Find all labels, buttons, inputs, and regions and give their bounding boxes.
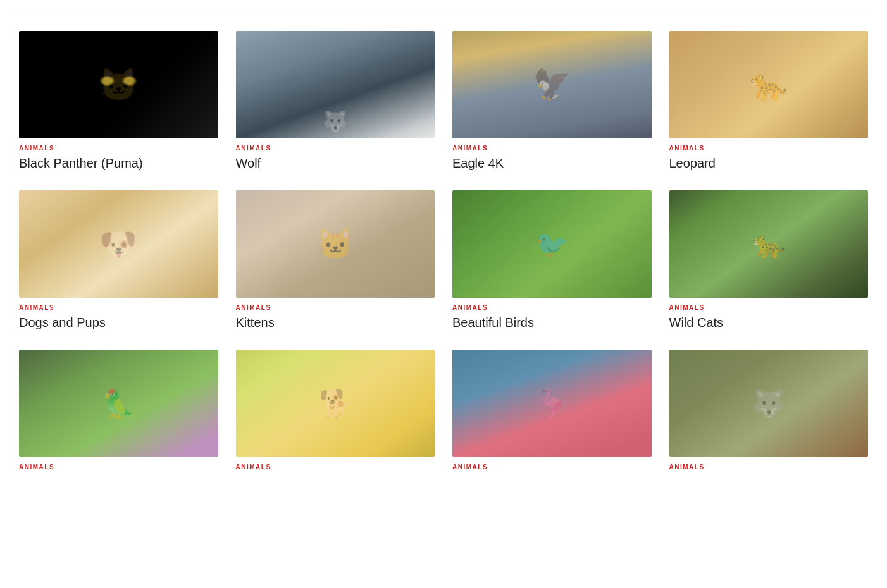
card-category-wolf2: ANIMALS [669, 463, 869, 470]
card-image-hummingbird: 🦜 [19, 350, 218, 457]
card-hummingbird[interactable]: 🦜 ANIMALS [19, 350, 218, 474]
top-divider [19, 13, 868, 13]
card-image-shiba: 🐕 [236, 350, 435, 457]
card-image-flamingo: 🦩 [452, 350, 652, 457]
card-image-black-panther: 🐱 [19, 31, 218, 138]
card-title-wolf: Wolf [236, 155, 435, 171]
card-category-kittens: ANIMALS [236, 304, 435, 311]
card-title-beautiful-birds: Beautiful Birds [452, 314, 652, 331]
card-category-dogs-pups: ANIMALS [19, 304, 218, 311]
card-category-wolf: ANIMALS [236, 145, 435, 152]
card-image-beautiful-birds: 🐦 [452, 190, 652, 298]
card-wolf[interactable]: 🐺 ANIMALS Wolf [236, 31, 435, 171]
card-dogs-pups[interactable]: 🐶 ANIMALS Dogs and Pups [19, 190, 218, 331]
card-category-eagle: ANIMALS [452, 145, 652, 152]
card-shiba[interactable]: 🐕 ANIMALS [236, 350, 435, 474]
card-category-black-panther: ANIMALS [19, 145, 218, 152]
card-image-leopard: 🐆 [669, 31, 869, 138]
card-kittens[interactable]: 🐱 ANIMALS Kittens [236, 190, 435, 331]
card-title-leopard: Leopard [669, 155, 869, 171]
card-image-wolf: 🐺 [236, 31, 435, 138]
card-category-hummingbird: ANIMALS [19, 463, 218, 470]
card-image-wild-cats: 🐆 [669, 190, 869, 298]
card-image-eagle: 🦅 [452, 31, 652, 138]
card-flamingo[interactable]: 🦩 ANIMALS [452, 350, 652, 474]
card-title-eagle: Eagle 4K [452, 155, 652, 171]
card-eagle[interactable]: 🦅 ANIMALS Eagle 4K [452, 31, 652, 171]
card-category-flamingo: ANIMALS [452, 463, 652, 470]
card-image-wolf2: 🐺 [669, 350, 869, 457]
card-black-panther[interactable]: 🐱 ANIMALS Black Panther (Puma) [19, 31, 218, 171]
content-grid: 🐱 ANIMALS Black Panther (Puma) 🐺 ANIMALS… [19, 31, 868, 474]
card-title-kittens: Kittens [236, 314, 435, 331]
card-title-black-panther: Black Panther (Puma) [19, 155, 218, 171]
card-category-beautiful-birds: ANIMALS [452, 304, 652, 311]
card-category-leopard: ANIMALS [669, 145, 869, 152]
card-beautiful-birds[interactable]: 🐦 ANIMALS Beautiful Birds [452, 190, 652, 331]
card-image-dogs-pups: 🐶 [19, 190, 218, 298]
card-wild-cats[interactable]: 🐆 ANIMALS Wild Cats [669, 190, 869, 331]
card-title-wild-cats: Wild Cats [669, 314, 869, 331]
card-category-wild-cats: ANIMALS [669, 304, 869, 311]
card-leopard[interactable]: 🐆 ANIMALS Leopard [669, 31, 869, 171]
card-wolf2[interactable]: 🐺 ANIMALS [669, 350, 869, 474]
card-category-shiba: ANIMALS [236, 463, 435, 470]
card-image-kittens: 🐱 [236, 190, 435, 298]
card-title-dogs-pups: Dogs and Pups [19, 314, 218, 331]
